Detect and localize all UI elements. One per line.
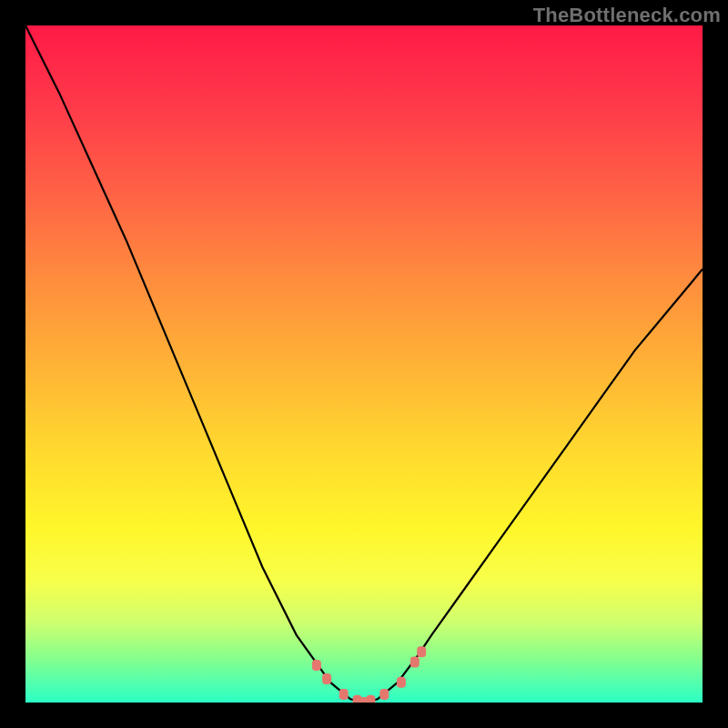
curve-path [25, 25, 703, 703]
marker-dot [366, 695, 375, 703]
marker-dot [322, 673, 331, 684]
bottleneck-curve-line [25, 25, 703, 703]
marker-dot [379, 689, 389, 700]
plot-area [25, 25, 703, 703]
watermark-text: TheBottleneck.com [533, 4, 721, 27]
chart-frame: TheBottleneck.com [0, 0, 728, 728]
marker-dot [397, 677, 406, 688]
chart-svg [25, 25, 703, 703]
marker-dot [312, 660, 321, 671]
bottom-markers-group [312, 646, 426, 703]
marker-dot [410, 656, 420, 667]
marker-dot [339, 689, 349, 700]
marker-dot [417, 646, 426, 657]
